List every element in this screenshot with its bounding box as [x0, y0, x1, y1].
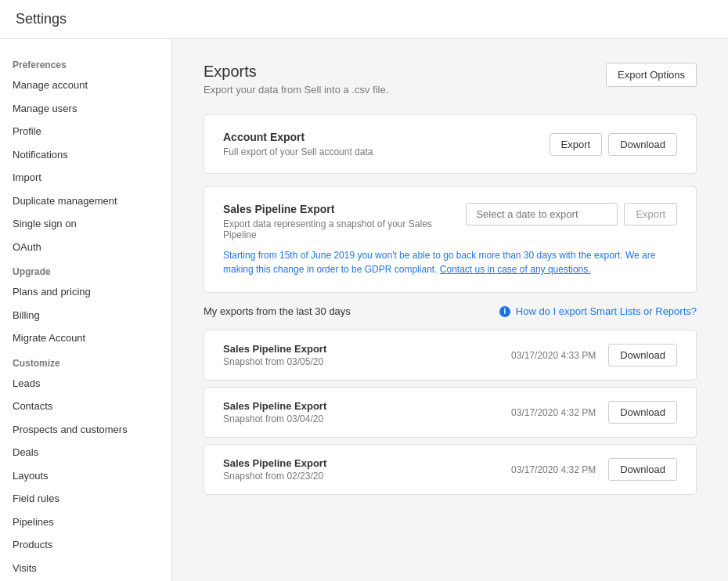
export-row-1-right: 03/17/2020 4:33 PM Download — [511, 344, 677, 366]
my-exports-section: My exports from the last 30 days i How d… — [204, 305, 697, 495]
export-row-2-desc: Snapshot from 03/04/20 — [223, 413, 326, 424]
pipeline-contact-link[interactable]: Contact us in case of any questions. — [440, 264, 591, 275]
sidebar-item-contacts[interactable]: Contacts — [0, 395, 171, 418]
pipeline-export-title: Sales Pipeline Export — [223, 203, 466, 215]
page-header: Settings — [0, 0, 728, 39]
export-row-1-title: Sales Pipeline Export — [223, 343, 326, 355]
my-exports-header: My exports from the last 30 days i How d… — [204, 305, 697, 317]
sidebar-item-manage-users[interactable]: Manage users — [0, 97, 171, 121]
sidebar: Preferences Manage account Manage users … — [0, 39, 172, 581]
export-options-button[interactable]: Export Options — [606, 63, 697, 87]
sidebar-item-visits[interactable]: Visits — [0, 557, 171, 580]
page-title: Settings — [16, 11, 67, 27]
account-export-actions: Export Download — [550, 133, 677, 156]
exports-title-block: Exports Export your data from Sell into … — [204, 63, 388, 96]
export-row-3: Sales Pipeline Export Snapshot from 02/2… — [204, 444, 697, 495]
sidebar-section-customize: Customize — [0, 350, 171, 372]
account-export-title: Account Export — [223, 131, 373, 143]
export-row-3-info: Sales Pipeline Export Snapshot from 02/2… — [223, 457, 326, 482]
how-to-export-link[interactable]: i How do I export Smart Lists or Reports… — [499, 305, 697, 317]
export-row-1-timestamp: 03/17/2020 4:33 PM — [511, 350, 596, 361]
sidebar-item-field-rules[interactable]: Field rules — [0, 487, 171, 511]
sidebar-item-single-sign-on[interactable]: Single sign on — [0, 212, 171, 236]
pipeline-export-button[interactable]: Export — [624, 203, 677, 226]
export-row-3-title: Sales Pipeline Export — [223, 457, 326, 469]
sidebar-item-leads[interactable]: Leads — [0, 372, 171, 395]
my-exports-title: My exports from the last 30 days — [204, 305, 351, 317]
export-row-2: Sales Pipeline Export Snapshot from 03/0… — [204, 387, 697, 438]
sidebar-item-oauth[interactable]: OAuth — [0, 236, 171, 259]
account-export-button[interactable]: Export — [550, 133, 603, 156]
sidebar-item-products[interactable]: Products — [0, 533, 171, 557]
export-row-2-download-button[interactable]: Download — [608, 401, 677, 424]
export-row-3-right: 03/17/2020 4:32 PM Download — [511, 458, 677, 481]
sidebar-section-preferences: Preferences — [0, 52, 171, 74]
account-export-card: Account Export Full export of your Sell … — [204, 114, 697, 174]
sidebar-item-migrate-account[interactable]: Migrate Account — [0, 327, 171, 350]
pipeline-notice: Starting from 15th of June 2019 you won'… — [223, 248, 677, 276]
how-to-label: How do I export Smart Lists or Reports? — [516, 305, 697, 317]
export-row-1-download-button[interactable]: Download — [608, 344, 677, 366]
sidebar-item-manage-account[interactable]: Manage account — [0, 74, 171, 97]
account-export-header: Account Export Full export of your Sell … — [223, 131, 677, 157]
date-select-input[interactable] — [466, 203, 618, 226]
export-row-3-timestamp: 03/17/2020 4:32 PM — [511, 464, 596, 475]
sidebar-section-upgrade: Upgrade — [0, 258, 171, 280]
sidebar-item-import[interactable]: Import — [0, 166, 171, 189]
pipeline-export-card: Sales Pipeline Export Export data repres… — [204, 186, 697, 293]
sidebar-item-pipelines[interactable]: Pipelines — [0, 511, 171, 534]
account-export-desc: Full export of your Sell account data — [223, 146, 373, 157]
export-row-3-download-button[interactable]: Download — [608, 458, 677, 481]
export-row-2-timestamp: 03/17/2020 4:32 PM — [511, 407, 596, 418]
export-row-2-info: Sales Pipeline Export Snapshot from 03/0… — [223, 400, 326, 424]
export-row-2-right: 03/17/2020 4:32 PM Download — [511, 401, 677, 424]
exports-title: Exports — [204, 63, 388, 81]
export-row-1: Sales Pipeline Export Snapshot from 03/0… — [204, 330, 697, 381]
pipeline-export-desc: Export data representing a snapshot of y… — [223, 218, 466, 240]
sidebar-item-layouts[interactable]: Layouts — [0, 464, 171, 488]
sidebar-item-prospects-customers[interactable]: Prospects and customers — [0, 418, 171, 442]
export-row-1-desc: Snapshot from 03/05/20 — [223, 356, 326, 367]
main-content: Exports Export your data from Sell into … — [172, 39, 728, 581]
account-export-info: Account Export Full export of your Sell … — [223, 131, 373, 157]
export-row-2-title: Sales Pipeline Export — [223, 400, 326, 412]
exports-header: Exports Export your data from Sell into … — [204, 63, 697, 96]
sidebar-item-plans-pricing[interactable]: Plans and pricing — [0, 280, 171, 304]
sidebar-item-billing[interactable]: Billing — [0, 304, 171, 327]
pipeline-top-section: Sales Pipeline Export Export data repres… — [223, 203, 677, 240]
export-row-3-desc: Snapshot from 02/23/20 — [223, 471, 326, 482]
sidebar-item-profile[interactable]: Profile — [0, 120, 171, 143]
info-icon: i — [499, 306, 510, 317]
sidebar-item-duplicate-management[interactable]: Duplicate management — [0, 189, 171, 213]
sidebar-item-notifications[interactable]: Notifications — [0, 143, 171, 167]
pipeline-export-info: Sales Pipeline Export Export data repres… — [223, 203, 466, 240]
exports-subtitle: Export your data from Sell into a .csv f… — [204, 84, 388, 96]
account-download-button[interactable]: Download — [608, 133, 677, 156]
pipeline-export-actions: Export — [466, 203, 677, 226]
sidebar-item-deals[interactable]: Deals — [0, 441, 171, 464]
export-row-1-info: Sales Pipeline Export Snapshot from 03/0… — [223, 343, 326, 367]
